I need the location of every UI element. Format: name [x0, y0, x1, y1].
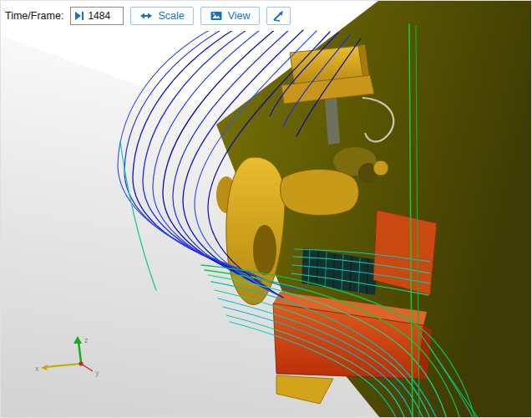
viewport-3d[interactable]: x z y [1, 1, 531, 417]
frame-input[interactable] [88, 10, 119, 22]
view-image-icon [210, 9, 223, 23]
time-frame-label: Time/Frame: [5, 10, 63, 22]
scale-button-label: Scale [158, 10, 184, 22]
frame-field [70, 7, 124, 25]
scene-canvas: x z y [1, 1, 532, 418]
z-axis-label: z [84, 337, 88, 344]
cfd-postprocessor-window: x z y Time/Frame: Scale [0, 0, 532, 418]
view-button[interactable]: View [200, 7, 260, 25]
view-button-label: View [228, 10, 251, 22]
fender-hollow [253, 225, 276, 275]
y-axis-label: y [95, 370, 99, 377]
step-forward-icon[interactable] [74, 10, 85, 22]
axis-origin [79, 361, 83, 365]
measure-tool-button[interactable] [266, 7, 291, 25]
engine-knob [373, 161, 388, 176]
muffler [281, 170, 359, 216]
axes-tool-icon [272, 10, 285, 23]
x-axis-label: x [35, 365, 39, 373]
scale-arrows-icon [139, 9, 153, 23]
scale-button[interactable]: Scale [130, 7, 193, 25]
toolbar: Time/Frame: Scale View [1, 1, 297, 31]
orange-panel [373, 210, 437, 295]
